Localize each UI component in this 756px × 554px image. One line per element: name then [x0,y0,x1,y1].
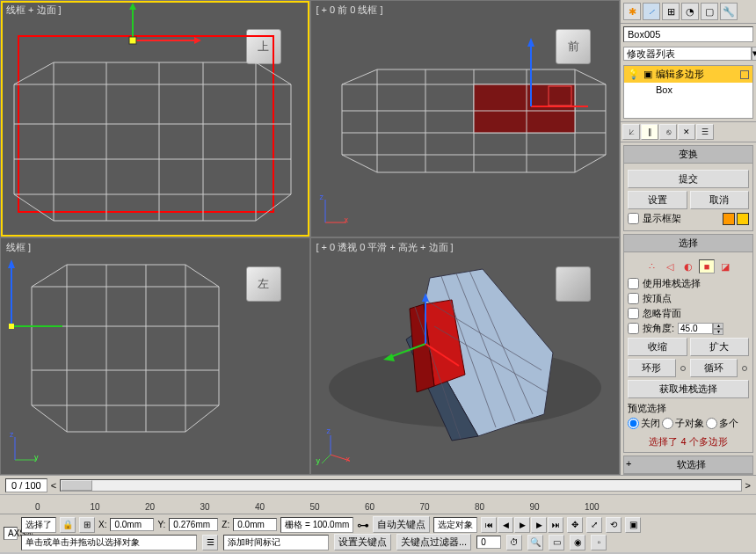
get-stack-sel-button[interactable]: 获取堆栈选择 [628,380,749,398]
z-coord-field[interactable]: 0.0mm [233,518,277,531]
ruler-tick: 70 [420,502,430,512]
axis-tripod-left: yz [10,430,45,465]
play-icon[interactable]: ▶ [514,517,530,533]
utilities-tab-icon[interactable]: 🔧 [720,3,738,20]
coord-mode-icon[interactable]: ⊞ [79,517,95,533]
modify-tab-icon[interactable]: ⟋ [643,3,660,20]
command-panel: ✱ ⟋ ⊞ ◔ ▢ 🔧 Box005 ▾ 💡 ▣ 编辑多边形 Box ⟀ ∥ [620,0,756,475]
next-frame-icon[interactable]: ▶ [531,517,547,533]
ruler-tick: 60 [365,502,374,512]
loop-spinner[interactable] [740,359,749,377]
use-stack-sel-checkbox[interactable] [628,278,639,289]
lightbulb-icon: 💡 [628,69,640,80]
slider-right-icon[interactable]: > [745,480,751,491]
modifier-stack[interactable]: 💡 ▣ 编辑多边形 Box [623,65,753,119]
x-coord-field[interactable]: 0.0mm [110,518,154,531]
shrink-button[interactable]: 收缩 [628,338,687,356]
show-end-icon[interactable]: ∥ [641,124,658,140]
show-cage-checkbox[interactable] [628,213,639,224]
commit-button[interactable]: 提交 [628,170,749,188]
nav-max-icon[interactable]: ▣ [625,517,641,533]
viewport-top[interactable]: 线框 + 边面 ] 上 [1,1,309,237]
nav-fov-icon[interactable]: ▭ [549,535,564,550]
preview-multi-radio[interactable] [706,418,717,429]
ring-button[interactable]: 环形 [628,359,676,377]
by-angle-checkbox[interactable] [628,323,639,334]
preview-subobj-radio[interactable] [662,418,673,429]
configure-icon[interactable]: ☰ [696,124,714,140]
goto-start-icon[interactable]: ⏮ [481,517,497,533]
nav-pan-icon[interactable]: ✥ [567,517,583,533]
ruler-tick: 20 [145,502,155,512]
cage-color-1[interactable] [723,213,735,225]
setkey-button[interactable]: 设置关键点 [334,534,391,550]
ring-spinner[interactable] [679,359,687,377]
time-slider[interactable] [60,479,741,492]
nav-roll-icon[interactable]: ◉ [570,535,585,550]
edge-subobj-icon[interactable]: ◁ [662,259,678,273]
preview-off-radio[interactable] [628,418,639,429]
prev-frame-icon[interactable]: ◀ [498,517,513,533]
cage-color-2[interactable] [737,213,749,225]
frame-range: 0 / 100 [5,478,47,492]
lock-icon[interactable]: 🔒 [60,517,76,533]
vertex-subobj-icon[interactable]: ∴ [643,259,659,273]
time-slider-thumb[interactable] [61,480,92,491]
script-icon[interactable]: ☰ [202,535,218,550]
viewport-top-canvas [1,1,309,237]
nav-zoom-icon[interactable]: ⤢ [586,517,602,533]
ignore-backfacing-checkbox[interactable] [628,308,639,319]
svg-marker-42 [8,259,15,268]
time-config-icon[interactable]: ⏱ [506,535,522,550]
slider-left-icon[interactable]: < [51,480,56,491]
cancel-button[interactable]: 取消 [690,191,750,209]
ruler-tick: 80 [475,502,484,512]
stack-item-box[interactable]: Box [624,83,752,97]
keyfilter-button[interactable]: 关键点过滤器... [396,534,471,550]
expand-icon[interactable]: ▣ [643,69,652,80]
autokey-button[interactable]: 自动关键点 [373,516,430,533]
create-tab-icon[interactable]: ✱ [623,3,641,20]
grow-button[interactable]: 扩大 [690,338,750,356]
remove-mod-icon[interactable]: ✕ [678,124,695,140]
polygon-subobj-icon[interactable]: ■ [699,259,715,273]
preview-sel-label: 预览选择 [628,402,749,415]
display-tab-icon[interactable]: ▢ [701,3,718,20]
angle-spinner[interactable] [678,323,713,334]
svg-marker-11 [194,37,201,44]
nav-zoom2-icon[interactable]: 🔍 [527,535,543,550]
viewport-persp-canvas [311,238,620,474]
time-tag[interactable]: 添加时间标记 [223,535,329,550]
hierarchy-tab-icon[interactable]: ⊞ [662,3,680,20]
object-name-field[interactable]: Box005 [623,26,753,42]
settings-button[interactable]: 设置 [628,191,687,209]
viewport-front-label: [ + 0 前 0 线框 ] [316,4,383,17]
dropdown-arrow-icon[interactable]: ▾ [752,47,756,61]
stack-item-edit-poly[interactable]: 💡 ▣ 编辑多边形 [624,66,752,83]
svg-marker-13 [129,3,136,10]
modifier-list-dropdown[interactable] [623,47,752,61]
motion-tab-icon[interactable]: ◔ [681,3,699,20]
element-subobj-icon[interactable]: ◪ [717,259,733,273]
loop-button[interactable]: 循环 [690,359,738,377]
goto-end-icon[interactable]: ⏭ [548,517,563,533]
ruler-tick: 50 [310,502,320,512]
y-coord-field[interactable]: 0.276mm [169,518,218,531]
nav-min-icon[interactable]: ▫ [591,535,607,550]
by-vertex-checkbox[interactable] [628,293,639,304]
ruler-tick: 40 [255,502,265,512]
border-subobj-icon[interactable]: ◐ [680,259,696,273]
key-icon[interactable]: ⊶ [357,518,369,532]
viewport-left[interactable]: 线框 ] 左 yz [1,238,309,474]
pin-stack-icon[interactable]: ⟀ [622,124,640,140]
viewport-left-label: 线框 ] [6,241,31,254]
keymode-dropdown[interactable]: 选定对象 [433,517,477,533]
frame-field[interactable]: 0 [476,536,501,549]
gizmo-left [8,259,62,329]
time-ruler[interactable]: 0102030405060708090100 [0,494,756,514]
viewport-front[interactable]: [ + 0 前 0 线框 ] 前 [311,1,620,237]
nav-orbit-icon[interactable]: ⟲ [606,517,622,533]
make-unique-icon[interactable]: ⎋ [659,124,677,140]
axis-tripod-front: xz [320,193,355,228]
viewport-perspective[interactable]: [ + 0 透视 0 平滑 + 高光 + 边面 ] [311,238,620,474]
